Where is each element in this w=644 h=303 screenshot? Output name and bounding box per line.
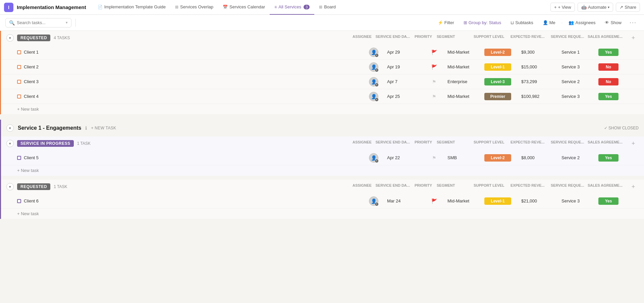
task-support: Level-2: [484, 154, 521, 162]
doc-icon: 📄: [98, 5, 103, 9]
task-name: Client 1: [24, 50, 360, 55]
task-checkbox[interactable]: [17, 95, 21, 99]
service1-req-col-headers: ASSIGNEE SERVICE END DA... PRIORITY SEGM…: [349, 183, 639, 190]
in-progress-collapse-btn[interactable]: ▾: [6, 140, 14, 147]
service1-requested-header: ▾ REQUESTED 1 TASK ASSIGNEE SERVICE END …: [1, 180, 644, 194]
col-service-req: SERVICE REQUE...: [551, 35, 588, 42]
me-button[interactable]: 👤 Me: [539, 18, 559, 27]
assignee-avatar: 👤 +: [369, 196, 378, 206]
service1-new-task-btn[interactable]: + NEW TASK: [91, 126, 116, 130]
task-checkbox[interactable]: [17, 50, 21, 54]
col-revenue: EXPECTED REVE...: [511, 140, 551, 147]
service1-req-collapse-btn[interactable]: ▾: [6, 183, 14, 190]
tab-services-overlap-label: Services Overlap: [180, 4, 213, 9]
list-icon: ≡: [274, 5, 277, 9]
col-segment: SEGMENT: [437, 140, 474, 147]
top-nav: I Implementation Management 📄 Implementa…: [0, 0, 644, 15]
share-label: Share: [625, 5, 636, 10]
tab-impl-template-label: Implementation Template Guide: [104, 4, 166, 9]
task-revenue: $100,982: [521, 94, 561, 99]
service-in-progress-group: ▾ SERVICE IN PROGRESS 1 TASK ASSIGNEE SE…: [1, 136, 644, 176]
view-label: + View: [558, 5, 571, 10]
show-closed-btn[interactable]: ✓ SHOW CLOSED: [604, 126, 639, 130]
chevron-down-icon: ▾: [66, 20, 68, 25]
filter-button[interactable]: ⚡ Filter: [434, 18, 458, 27]
task-name: Client 3: [24, 79, 360, 84]
subtasks-label: Subtasks: [515, 20, 533, 25]
tab-impl-template[interactable]: 📄 Implementation Template Guide: [93, 0, 170, 15]
assignee-avatar: 👤 +: [369, 92, 378, 101]
task-segment: Mid-Market: [447, 94, 484, 99]
new-task-label: + New task: [17, 211, 39, 216]
automate-label: Automate: [588, 5, 607, 10]
task-checkbox[interactable]: [17, 199, 21, 203]
table-row: Client 5 👤 + Apr 22 ⚑ SMB Level-2 $8,000…: [1, 150, 644, 165]
task-sales: No: [598, 78, 639, 85]
in-progress-header: ▾ SERVICE IN PROGRESS 1 TASK ASSIGNEE SE…: [1, 136, 644, 150]
tab-services-calendar-label: Services Calendar: [229, 4, 265, 9]
subtasks-button[interactable]: ⊔ Subtasks: [507, 18, 536, 27]
add-col-btn[interactable]: +: [628, 183, 639, 190]
show-button[interactable]: 👁 Show: [601, 18, 625, 27]
task-support: Premier: [484, 93, 521, 100]
requested-collapse-btn[interactable]: ▾: [6, 34, 14, 42]
all-services-badge: 3: [304, 5, 310, 9]
plus-icon: +: [375, 202, 379, 206]
task-service-req: Service 3: [561, 198, 598, 203]
new-task-btn[interactable]: + New task: [1, 165, 644, 176]
table-row: Client 6 👤 + Mar 24 🚩 Mid-Market Level-1…: [1, 194, 644, 208]
col-segment: SEGMENT: [437, 183, 474, 190]
task-checkbox[interactable]: [17, 156, 21, 160]
task-priority-flag: 🚩: [421, 50, 447, 55]
new-task-btn[interactable]: + New task: [1, 208, 644, 219]
task-segment: SMB: [447, 155, 484, 160]
assignees-button[interactable]: 👥 Assignees: [565, 18, 599, 27]
col-segment: SEGMENT: [437, 35, 474, 42]
project-title: Implementation Management: [17, 4, 86, 10]
task-revenue: $21,000: [521, 198, 561, 203]
task-support: Level-3: [484, 78, 521, 85]
tab-services-calendar[interactable]: 📅 Services Calendar: [218, 0, 270, 15]
service1-section-header: ▾ Service 1 - Engagements ℹ + NEW TASK ✓…: [1, 120, 644, 136]
view-button[interactable]: + + View: [550, 3, 575, 12]
col-sales: SALES AGREEME...: [588, 183, 628, 190]
assignees-label: Assignees: [575, 20, 595, 25]
task-revenue: $9,300: [521, 50, 561, 55]
col-service-req: SERVICE REQUE...: [551, 183, 588, 190]
share-button[interactable]: ↗ Share: [616, 3, 640, 12]
task-segment: Mid-Market: [447, 64, 484, 69]
main-content: ▾ REQUESTED 4 TASKS ASSIGNEE SERVICE END…: [0, 31, 644, 303]
task-service-req: Service 2: [561, 155, 598, 160]
new-task-btn[interactable]: + New task: [1, 104, 644, 114]
search-box[interactable]: 🔍 ▾: [5, 18, 71, 27]
task-name: Client 6: [24, 198, 360, 203]
more-button[interactable]: ···: [628, 18, 639, 27]
sales-badge: Yes: [598, 49, 619, 56]
search-input[interactable]: [17, 20, 64, 25]
add-col-btn[interactable]: +: [628, 35, 639, 42]
col-priority: PRIORITY: [410, 183, 437, 190]
task-checkbox[interactable]: [17, 65, 21, 69]
col-date: SERVICE END DA...: [376, 35, 410, 42]
task-date: Apr 22: [387, 155, 421, 160]
service1-collapse-btn[interactable]: ▾: [6, 124, 14, 132]
tab-board[interactable]: ⊞ Board: [314, 0, 340, 15]
automate-button[interactable]: 🤖 Automate ▾: [578, 3, 613, 12]
col-assignee: ASSIGNEE: [349, 35, 376, 42]
task-service-req: Service 2: [561, 79, 598, 84]
sales-badge: Yes: [598, 197, 619, 205]
group-by-button[interactable]: ⊞ Group by: Status: [460, 18, 505, 27]
plus-icon: +: [375, 53, 379, 57]
nav-tabs: 📄 Implementation Template Guide ⊞ Servic…: [93, 0, 548, 15]
task-priority-flag: 🚩: [421, 198, 447, 204]
overlap-icon: ⊞: [175, 5, 178, 9]
task-sales: Yes: [598, 93, 639, 100]
add-col-btn[interactable]: +: [628, 140, 639, 147]
task-checkbox[interactable]: [17, 80, 21, 84]
tab-all-services[interactable]: ≡ All Services 3: [270, 0, 314, 15]
tab-services-overlap[interactable]: ⊞ Services Overlap: [170, 0, 218, 15]
service1-section: ▾ Service 1 - Engagements ℹ + NEW TASK ✓…: [0, 120, 644, 219]
toolbar: 🔍 ▾ ⚡ Filter ⊞ Group by: Status ⊔ Subtas…: [0, 15, 644, 31]
tab-board-label: Board: [324, 4, 336, 9]
me-label: Me: [549, 20, 555, 25]
